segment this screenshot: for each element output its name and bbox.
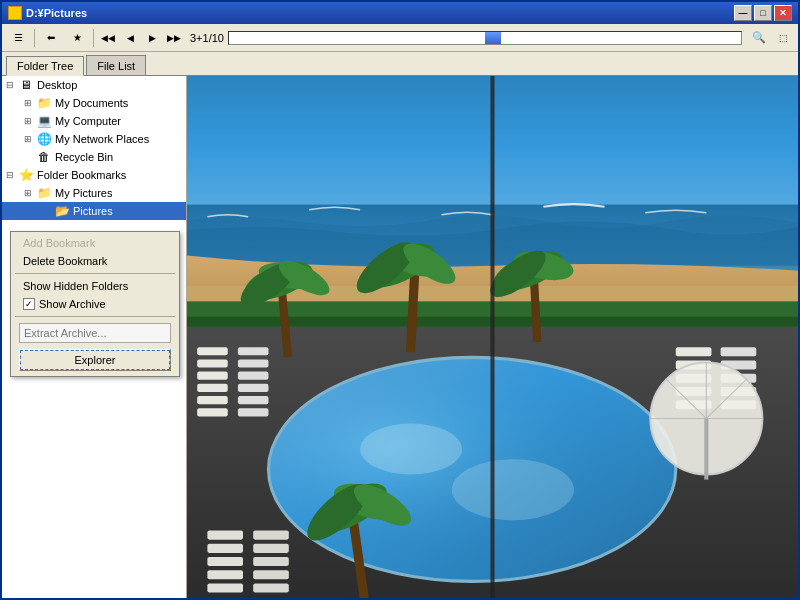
nav-first[interactable]: ◀◀ [98, 27, 118, 49]
svg-rect-21 [238, 396, 269, 404]
sidebar: ⊟ 🖥 Desktop ⊞ 📁 My Documents ⊞ 💻 My Comp… [2, 76, 187, 598]
minimize-button[interactable]: — [734, 5, 752, 21]
mydocs-icon: 📁 [36, 96, 52, 110]
tree-label-pictures: Pictures [73, 205, 113, 217]
menu-button[interactable]: ☰ [6, 27, 30, 49]
tree-label-desktop: Desktop [37, 79, 77, 91]
svg-rect-25 [207, 557, 243, 566]
main-window: D:¥Pictures — □ ✕ ☰ ⬅ ★ ◀◀ ◀ ▶ ▶▶ 3+1/10… [0, 0, 800, 600]
tree-item-mydocs[interactable]: ⊞ 📁 My Documents [2, 94, 186, 112]
expander-mydocs[interactable]: ⊞ [20, 95, 36, 111]
svg-rect-31 [253, 570, 289, 579]
svg-rect-11 [197, 347, 228, 355]
tree-label-mydocs: My Documents [55, 97, 128, 109]
tree-item-mycomputer[interactable]: ⊞ 💻 My Computer [2, 112, 186, 130]
svg-rect-22 [238, 408, 269, 416]
explorer-btn-outline: Explorer [20, 350, 170, 370]
svg-rect-32 [253, 583, 289, 592]
title-buttons: — □ ✕ [734, 5, 792, 21]
title-bar: D:¥Pictures — □ ✕ [2, 2, 798, 24]
separator-1 [34, 29, 35, 47]
svg-rect-38 [721, 347, 757, 356]
tree-item-pictures[interactable]: 📂 Pictures [2, 202, 186, 220]
progress-label: 3+1/10 [190, 32, 224, 44]
menu-add-bookmark[interactable]: Add Bookmark [11, 234, 179, 252]
recycle-icon: 🗑 [36, 150, 52, 164]
toolbar: ☰ ⬅ ★ ◀◀ ◀ ▶ ▶▶ 3+1/10 🔍 ⬚ [2, 24, 798, 52]
close-button[interactable]: ✕ [774, 5, 792, 21]
menu-sep-1 [15, 273, 175, 274]
expander-recycle [20, 149, 36, 165]
explorer-button[interactable]: Explorer [19, 349, 171, 371]
tree-item-network[interactable]: ⊞ 🌐 My Network Places [2, 130, 186, 148]
expander-bookmarks[interactable]: ⊟ [2, 167, 18, 183]
back-button[interactable]: ⬅ [39, 27, 63, 49]
svg-rect-27 [207, 583, 243, 592]
pictures-icon: 📂 [54, 204, 70, 218]
progress-bar[interactable] [228, 31, 742, 45]
expander-desktop[interactable]: ⊟ [2, 77, 18, 93]
svg-rect-30 [253, 557, 289, 566]
svg-rect-23 [207, 530, 243, 539]
image-area [187, 76, 798, 598]
expander-pictures [38, 203, 54, 219]
svg-rect-29 [253, 544, 289, 553]
tree-label-mypictures: My Pictures [55, 187, 112, 199]
mypictures-icon: 📁 [36, 186, 52, 200]
menu-show-hidden[interactable]: Show Hidden Folders [11, 277, 179, 295]
nav-next[interactable]: ▶ [142, 27, 162, 49]
maximize-button[interactable]: □ [754, 5, 772, 21]
star-button[interactable]: ★ [65, 27, 89, 49]
tree-label-mycomputer: My Computer [55, 115, 121, 127]
svg-rect-50 [704, 418, 708, 479]
svg-rect-14 [197, 384, 228, 392]
menu-sep-2 [15, 316, 175, 317]
tree-item-recycle[interactable]: 🗑 Recycle Bin [2, 148, 186, 166]
svg-rect-17 [238, 347, 269, 355]
main-area: ⊟ 🖥 Desktop ⊞ 📁 My Documents ⊞ 💻 My Comp… [2, 76, 798, 598]
tree-item-mypictures[interactable]: ⊞ 📁 My Pictures [2, 184, 186, 202]
desktop-icon: 🖥 [18, 78, 34, 92]
svg-rect-70 [490, 76, 494, 598]
svg-rect-33 [676, 347, 712, 356]
tab-file-list[interactable]: File List [86, 55, 146, 75]
expander-mycomputer[interactable]: ⊞ [20, 113, 36, 129]
svg-rect-13 [197, 372, 228, 380]
context-menu: Add Bookmark Delete Bookmark Show Hidden… [10, 231, 180, 377]
nav-last[interactable]: ▶▶ [164, 27, 184, 49]
progress-area: 3+1/10 [186, 31, 746, 45]
tab-folder-tree[interactable]: Folder Tree [6, 56, 84, 76]
expand-button[interactable]: ⬚ [772, 27, 794, 49]
window-title: D:¥Pictures [26, 7, 87, 19]
separator-2 [93, 29, 94, 47]
bookmarks-icon: ⭐ [18, 168, 34, 182]
search-button[interactable]: 🔍 [748, 27, 770, 49]
svg-rect-15 [197, 396, 228, 404]
extract-archive-input[interactable] [19, 323, 171, 343]
svg-point-8 [360, 424, 462, 475]
menu-delete-bookmark[interactable]: Delete Bookmark [11, 252, 179, 270]
nav-prev[interactable]: ◀ [120, 27, 140, 49]
window-icon [8, 6, 22, 20]
svg-rect-12 [197, 359, 228, 367]
tree-label-recycle: Recycle Bin [55, 151, 113, 163]
svg-rect-16 [197, 408, 228, 416]
expander-mypictures[interactable]: ⊞ [20, 185, 36, 201]
progress-thumb [485, 32, 501, 44]
resort-image-left [187, 76, 798, 598]
tree-item-bookmarks[interactable]: ⊟ ⭐ Folder Bookmarks [2, 166, 186, 184]
tabs-bar: Folder Tree File List [2, 52, 798, 76]
expander-network[interactable]: ⊞ [20, 131, 36, 147]
network-icon: 🌐 [36, 132, 52, 146]
show-archive-checkbox[interactable]: ✓ [23, 298, 35, 310]
svg-rect-28 [253, 530, 289, 539]
title-bar-left: D:¥Pictures [8, 6, 87, 20]
tree-label-bookmarks: Folder Bookmarks [37, 169, 126, 181]
svg-rect-24 [207, 544, 243, 553]
svg-rect-18 [238, 359, 269, 367]
svg-rect-19 [238, 372, 269, 380]
menu-show-archive[interactable]: ✓ Show Archive [11, 295, 179, 313]
svg-point-9 [452, 459, 574, 520]
tree-item-desktop[interactable]: ⊟ 🖥 Desktop [2, 76, 186, 94]
svg-rect-20 [238, 384, 269, 392]
